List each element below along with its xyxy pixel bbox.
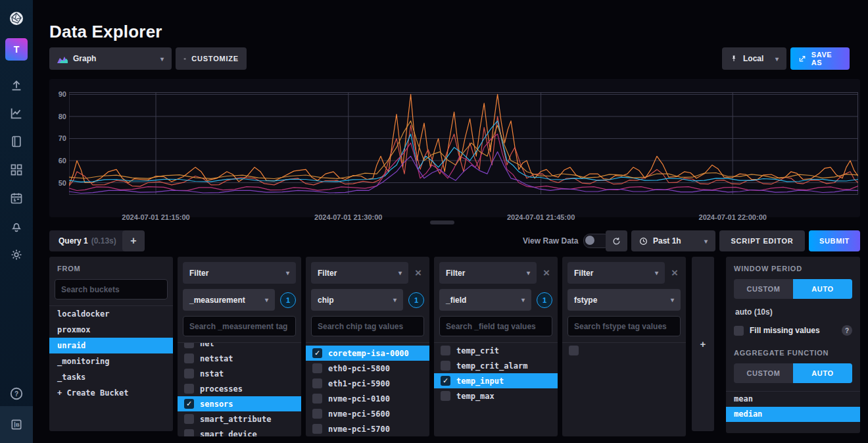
- close-filter-icon[interactable]: ×: [669, 267, 681, 279]
- tag-value-row[interactable]: ✓coretemp-isa-0000: [306, 346, 429, 361]
- tag-value-row[interactable]: smart_device: [178, 427, 301, 436]
- query-duration: (0.13s): [91, 236, 116, 246]
- tag-value-row[interactable]: ✓temp_input: [434, 373, 558, 388]
- script-editor-button[interactable]: SCRIPT EDITOR: [719, 230, 805, 251]
- fill-missing-values-row: Fill missing values ?: [734, 325, 852, 336]
- tag-value-row[interactable]: smart_attribute: [178, 411, 301, 427]
- checkbox-unchecked[interactable]: [184, 429, 194, 436]
- time-range-dropdown[interactable]: Past 1h ▾: [631, 230, 715, 251]
- checkbox-unchecked[interactable]: [312, 378, 322, 388]
- checkbox-unchecked[interactable]: [184, 353, 194, 363]
- tag-value-row[interactable]: [562, 343, 686, 358]
- tag-value-row[interactable]: nvme-pci-5600: [306, 406, 429, 421]
- filter-type-dropdown[interactable]: Filter▾: [439, 262, 537, 284]
- sidebar-item-alerts[interactable]: [0, 213, 33, 240]
- tag-value-search-input[interactable]: [439, 316, 552, 336]
- bucket-list-item[interactable]: _monitoring: [49, 353, 173, 369]
- bucket-list-item[interactable]: + Create Bucket: [49, 385, 173, 401]
- sidebar-item-feedback[interactable]: B: [0, 411, 33, 438]
- tag-value-row[interactable]: temp_crit: [434, 343, 558, 358]
- aggregate-auto-option[interactable]: AUTO: [793, 363, 852, 383]
- y-axis-tick-label: 70: [51, 134, 66, 142]
- checkbox-unchecked[interactable]: [441, 361, 450, 371]
- tag-key-dropdown[interactable]: _field▾: [439, 289, 531, 311]
- org-avatar[interactable]: T: [5, 38, 28, 61]
- refresh-button[interactable]: [606, 230, 627, 251]
- tag-key-dropdown[interactable]: chip▾: [311, 289, 403, 311]
- tag-value-row[interactable]: eth0-pci-5800: [306, 361, 429, 376]
- checkbox-unchecked[interactable]: [312, 342, 322, 343]
- filter-type-dropdown[interactable]: Filter▾: [311, 262, 408, 284]
- chevron-down-icon: ▾: [398, 269, 402, 276]
- tag-value-search-input[interactable]: [567, 316, 681, 336]
- query-tab[interactable]: Query 1 (0.13s): [49, 230, 126, 251]
- checkbox-unchecked[interactable]: [184, 342, 194, 348]
- sidebar-item-data-explorer[interactable]: [0, 100, 33, 126]
- sidebar-item-help[interactable]: ?: [0, 380, 33, 407]
- tag-value-row[interactable]: netstat: [178, 351, 301, 366]
- bucket-list-item[interactable]: _tasks: [49, 369, 173, 385]
- help-question-icon[interactable]: ?: [842, 325, 852, 336]
- sidebar-item-settings[interactable]: [0, 242, 33, 268]
- chevron-down-icon: ▾: [775, 55, 779, 63]
- close-filter-icon[interactable]: ×: [541, 267, 552, 279]
- close-filter-icon[interactable]: ×: [412, 267, 424, 279]
- checkbox-unchecked[interactable]: [184, 384, 194, 394]
- window-custom-option[interactable]: CUSTOM: [734, 279, 793, 299]
- tag-value-row[interactable]: processes: [178, 381, 301, 396]
- filter-type-dropdown[interactable]: Filter▾: [183, 262, 296, 284]
- from-panel: FROM localdockerproxmoxunraid_monitoring…: [49, 257, 173, 431]
- sidebar-item-upload[interactable]: [0, 72, 33, 99]
- tag-value-search-input[interactable]: [183, 316, 296, 336]
- tag-value-row[interactable]: temp_crit_alarm: [434, 358, 558, 373]
- time-series-chart[interactable]: 50607080902024-07-01 21:15:002024-07-01 …: [69, 92, 858, 195]
- bucket-search-input[interactable]: [55, 279, 168, 300]
- tag-value-row[interactable]: net: [178, 342, 301, 351]
- tag-value-row[interactable]: ✓sensors: [178, 396, 301, 411]
- scope-dropdown[interactable]: Local ▾: [722, 47, 786, 70]
- customize-button[interactable]: CUSTOMIZE: [176, 47, 247, 70]
- submit-button[interactable]: SUBMIT: [809, 230, 860, 251]
- add-query-button[interactable]: +: [122, 230, 145, 251]
- tag-value-row[interactable]: nstat: [178, 366, 301, 381]
- checkbox-checked[interactable]: ✓: [312, 348, 322, 358]
- tag-key-dropdown[interactable]: fstype▾: [567, 289, 681, 311]
- checkbox-unchecked[interactable]: [184, 414, 194, 424]
- checkbox-unchecked[interactable]: [441, 346, 450, 355]
- checkbox-checked[interactable]: ✓: [184, 399, 194, 409]
- sidebar-item-notebooks[interactable]: [0, 128, 33, 155]
- save-as-button[interactable]: SAVE AS: [790, 47, 850, 70]
- checkbox-checked[interactable]: ✓: [441, 376, 450, 386]
- filter-type-dropdown[interactable]: Filter▾: [567, 262, 665, 284]
- window-auto-option[interactable]: AUTO: [793, 279, 852, 299]
- y-axis-tick-label: 80: [51, 113, 66, 120]
- aggregate-custom-option[interactable]: CUSTOM: [734, 363, 793, 383]
- aggregate-function-item[interactable]: mean: [726, 392, 860, 407]
- sidebar-item-dashboards[interactable]: [0, 157, 33, 183]
- tag-key-dropdown[interactable]: _measurement▾: [183, 289, 275, 311]
- resize-drag-handle[interactable]: [430, 221, 454, 224]
- aggregate-function-item[interactable]: median: [726, 407, 860, 422]
- x-axis-tick-label: 2024-07-01 21:45:00: [507, 213, 575, 221]
- sidebar-item-tasks[interactable]: [0, 185, 33, 211]
- fill-missing-values-checkbox[interactable]: [734, 326, 744, 336]
- checkbox-unchecked[interactable]: [312, 394, 322, 404]
- checkbox-unchecked[interactable]: [312, 424, 322, 434]
- checkbox-unchecked[interactable]: [312, 363, 322, 373]
- tag-value-row[interactable]: eth1-pci-5900: [306, 376, 429, 391]
- bucket-list-item[interactable]: unraid: [49, 338, 173, 353]
- checkbox-unchecked[interactable]: [312, 409, 322, 419]
- view-type-dropdown[interactable]: Graph ▾: [49, 47, 172, 70]
- upload-icon: [9, 78, 24, 93]
- checkbox-unchecked[interactable]: [184, 369, 194, 378]
- add-filter-button[interactable]: +: [692, 257, 714, 431]
- tag-value-row[interactable]: nvme-pci-0100: [306, 391, 429, 406]
- bucket-list-item[interactable]: localdocker: [49, 306, 173, 322]
- bucket-list-item[interactable]: proxmox: [49, 322, 173, 338]
- influxdb-logo[interactable]: [0, 5, 33, 32]
- checkbox-unchecked[interactable]: [441, 391, 450, 401]
- tag-value-row[interactable]: nvme-pci-5700: [306, 421, 429, 436]
- tag-value-row[interactable]: temp_max: [434, 388, 558, 404]
- tag-value-search-input[interactable]: [311, 316, 424, 336]
- checkbox-unchecked[interactable]: [569, 346, 579, 355]
